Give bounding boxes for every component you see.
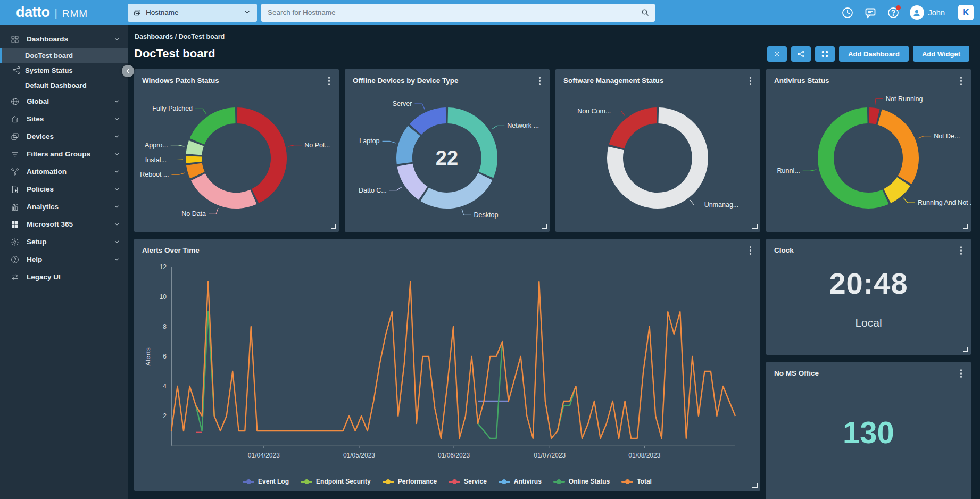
search-type-dropdown[interactable]: Hostname [128,4,257,22]
page-header: DocTest board Add Dashboard Add Widget [134,46,980,62]
sidebar-item[interactable]: Devices [0,128,128,145]
dashboard-fullscreen-button[interactable] [815,46,835,62]
user-avatar-icon [910,5,924,20]
sidebar-item[interactable]: Sites [0,110,128,128]
sidebar-item-label: Dashboards [27,35,68,43]
svg-text:6: 6 [163,353,167,360]
search-box [261,4,655,22]
sidebar-collapse-button[interactable] [122,65,134,77]
legend-item[interactable]: Endpoint Security [301,478,371,485]
svg-text:Not Running: Not Running [886,95,923,102]
kebab-menu-icon[interactable] [748,245,753,256]
sidebar-item[interactable]: Policies [0,180,128,198]
chevron-down-icon [244,9,251,17]
count-value: 130 [766,414,971,450]
sidebar-item[interactable]: Dashboards [0,30,128,48]
kaseya-logo[interactable]: K [958,5,974,20]
legend-label: Online Status [569,478,610,485]
windows-patch-donut-chart: No Pol...No DataReboot ...Instal...Appro… [134,90,339,227]
logo-rmm: RMM [62,8,88,20]
svg-text:Non Com...: Non Com... [577,107,611,114]
legend-item[interactable]: Antivirus [499,478,542,485]
sidebar-item[interactable]: DocTest board [0,48,128,63]
antivirus-donut-chart: Not RunningNot De...Running And Not ...R… [766,90,971,227]
sidebar-item[interactable]: Default Dashboard [0,78,128,93]
top-bar: datto | RMM Hostname John K [0,0,980,25]
legend-item[interactable]: Service [449,478,487,485]
kebab-menu-icon[interactable] [959,245,964,256]
legend-marker-icon [449,481,460,483]
widget-title: Offline Devices by Device Type [353,77,459,85]
sidebar-item[interactable]: Legacy UI [0,268,128,286]
legend-marker-icon [621,481,633,483]
clock-timezone: Local [855,317,882,329]
chevron-down-icon [113,256,120,263]
kebab-menu-icon[interactable] [959,368,964,379]
sidebar-item[interactable]: Global [0,93,128,110]
add-dashboard-button[interactable]: Add Dashboard [839,46,909,62]
share-icon [797,50,805,58]
kebab-menu-icon[interactable] [959,75,964,87]
dashboard-share-button[interactable] [791,46,811,62]
sidebar-nav: Dashboards DocTest board System Status D… [0,25,128,499]
help-button[interactable] [887,6,900,19]
legend-item[interactable]: Online Status [553,478,610,485]
sidebar-item[interactable]: Analytics [0,198,128,215]
dashboard-settings-button[interactable] [767,46,787,62]
recent-activity-button[interactable] [841,6,854,19]
resize-handle[interactable] [542,224,547,229]
widget-antivirus-status: Antivirus Status Not RunningNot De...Run… [766,69,971,232]
legend-marker-icon [243,481,254,483]
page-title: DocTest board [134,47,215,61]
chat-icon [864,6,877,19]
resize-handle[interactable] [752,483,758,488]
svg-text:12: 12 [160,263,167,271]
svg-text:Not De...: Not De... [934,132,960,139]
sidebar-item[interactable]: System Status [0,63,128,78]
sidebar-item-label: Default Dashboard [25,81,87,89]
resize-handle[interactable] [752,224,758,229]
legend-marker-icon [499,481,510,483]
legend-label: Total [637,478,652,485]
legend-item[interactable]: Event Log [243,478,289,485]
kebab-menu-icon[interactable] [748,75,753,87]
sidebar-item[interactable]: Filters and Groups [0,145,128,163]
feedback-button[interactable] [864,6,877,19]
svg-text:Instal...: Instal... [145,156,167,163]
svg-text:Reboot ...: Reboot ... [140,171,169,178]
chevron-down-icon [113,115,120,122]
sidebar-item[interactable]: Help [0,251,128,268]
topbar-actions: John K [841,5,974,20]
add-widget-button[interactable]: Add Widget [913,46,969,62]
sidebar-item[interactable]: Setup [0,233,128,251]
resize-handle[interactable] [963,347,968,352]
svg-text:Runni...: Runni... [777,167,800,174]
svg-text:Laptop: Laptop [359,137,379,145]
legend-item[interactable]: Performance [383,478,437,485]
legend-item[interactable]: Total [621,478,652,485]
svg-text:01/04/2023: 01/04/2023 [248,452,280,459]
search-input[interactable] [267,8,641,17]
sidebar-item-label: DocTest board [25,52,73,60]
datto-rmm-logo[interactable]: datto | RMM [16,4,128,21]
legend-marker-icon [383,481,394,483]
widget-clock: Clock 20:48 Local [766,239,971,355]
chevron-down-icon [113,151,120,157]
legend-label: Service [464,478,487,485]
settings-gear-icon [773,50,781,58]
sidebar-item[interactable]: Microsoft 365 [0,215,128,233]
clock-time: 20:48 [829,266,908,301]
kebab-menu-icon[interactable] [537,75,543,87]
svg-text:Unmanag...: Unmanag... [704,201,739,209]
widget-title: Antivirus Status [774,77,829,85]
resize-handle[interactable] [331,224,336,229]
kebab-menu-icon[interactable] [327,75,332,87]
user-name: John [928,9,945,17]
sidebar-item-label: Analytics [27,203,59,211]
user-menu[interactable]: John [910,5,945,20]
search-icon[interactable] [641,8,650,17]
sidebar-item[interactable]: Automation [0,163,128,180]
resize-handle[interactable] [963,224,968,229]
breadcrumb[interactable]: Dashboards / DocTest board [135,33,980,40]
sidebar-item-label: Microsoft 365 [27,220,73,228]
